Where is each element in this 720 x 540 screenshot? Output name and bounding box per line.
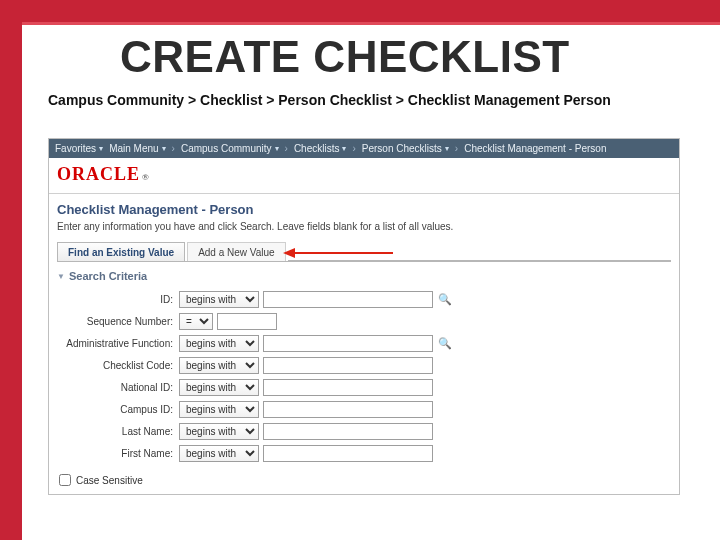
crumb-label: Person Checklists bbox=[362, 143, 442, 154]
page-title: Checklist Management - Person bbox=[49, 202, 679, 221]
op-first-name[interactable]: begins with bbox=[179, 445, 259, 462]
caret-down-icon: ▾ bbox=[162, 144, 166, 153]
input-campus-id[interactable] bbox=[263, 401, 433, 418]
slide-border-top bbox=[0, 0, 720, 22]
crumb-checklists[interactable]: Checklists ▾ bbox=[294, 143, 347, 154]
label-campus-id: Campus ID: bbox=[57, 404, 179, 415]
row-admin-function: Administrative Function: begins with 🔍 bbox=[57, 332, 671, 354]
op-campus-id[interactable]: begins with bbox=[179, 401, 259, 418]
divider bbox=[49, 193, 679, 194]
page-subtitle: Enter any information you have and click… bbox=[49, 221, 679, 242]
crumb-favorites[interactable]: Favorites ▾ bbox=[55, 143, 103, 154]
tab-row: Find an Existing Value Add a New Value bbox=[49, 242, 679, 261]
input-seq[interactable] bbox=[217, 313, 277, 330]
slide-border-left bbox=[0, 0, 22, 540]
lookup-icon[interactable]: 🔍 bbox=[437, 336, 452, 351]
row-campus-id: Campus ID: begins with bbox=[57, 398, 671, 420]
oracle-logo: ORACLE ® bbox=[57, 164, 150, 185]
label-national-id: National ID: bbox=[57, 382, 179, 393]
crumb-label: Favorites bbox=[55, 143, 96, 154]
op-national-id[interactable]: begins with bbox=[179, 379, 259, 396]
label-checklist-code: Checklist Code: bbox=[57, 360, 179, 371]
case-sensitive-row: Case Sensitive bbox=[49, 468, 679, 494]
lookup-icon[interactable]: 🔍 bbox=[437, 292, 452, 307]
input-first-name[interactable] bbox=[263, 445, 433, 462]
caret-down-icon: ▾ bbox=[445, 144, 449, 153]
registered-mark: ® bbox=[142, 172, 150, 182]
crumb-label: Checklist Management - Person bbox=[464, 143, 606, 154]
crumb-checklist-management-person[interactable]: Checklist Management - Person bbox=[464, 143, 606, 154]
op-id[interactable]: begins with bbox=[179, 291, 259, 308]
op-checklist-code[interactable]: begins with bbox=[179, 357, 259, 374]
input-last-name[interactable] bbox=[263, 423, 433, 440]
case-sensitive-label: Case Sensitive bbox=[76, 475, 143, 486]
tab-border bbox=[57, 261, 671, 262]
label-id: ID: bbox=[57, 294, 179, 305]
tab-underline bbox=[288, 242, 671, 261]
slide-accent-line bbox=[22, 22, 720, 25]
input-id[interactable] bbox=[263, 291, 433, 308]
logo-row: ORACLE ® bbox=[49, 158, 679, 193]
crumb-separator: › bbox=[285, 143, 288, 154]
label-first-name: First Name: bbox=[57, 448, 179, 459]
op-last-name[interactable]: begins with bbox=[179, 423, 259, 440]
caret-down-icon: ▾ bbox=[99, 144, 103, 153]
search-heading-label: Search Criteria bbox=[69, 270, 147, 282]
row-first-name: First Name: begins with bbox=[57, 442, 671, 464]
crumb-separator: › bbox=[172, 143, 175, 154]
breadcrumb-bar: Favorites ▾ Main Menu ▾ › Campus Communi… bbox=[49, 139, 679, 158]
tab-find-existing[interactable]: Find an Existing Value bbox=[57, 242, 185, 261]
row-national-id: National ID: begins with bbox=[57, 376, 671, 398]
crumb-separator: › bbox=[352, 143, 355, 154]
app-screenshot: Favorites ▾ Main Menu ▾ › Campus Communi… bbox=[48, 138, 680, 495]
crumb-label: Checklists bbox=[294, 143, 340, 154]
caret-down-icon: ▾ bbox=[342, 144, 346, 153]
crumb-person-checklists[interactable]: Person Checklists ▾ bbox=[362, 143, 449, 154]
crumb-label: Main Menu bbox=[109, 143, 158, 154]
crumb-campus-community[interactable]: Campus Community ▾ bbox=[181, 143, 279, 154]
search-form: ID: begins with 🔍 Sequence Number: = Adm… bbox=[49, 288, 679, 468]
label-seq: Sequence Number: bbox=[57, 316, 179, 327]
crumb-main-menu[interactable]: Main Menu ▾ bbox=[109, 143, 165, 154]
slide-title: CREATE CHECKLIST bbox=[120, 32, 570, 82]
crumb-separator: › bbox=[455, 143, 458, 154]
case-sensitive-checkbox[interactable] bbox=[59, 474, 71, 486]
navigation-path: Campus Community > Checklist > Person Ch… bbox=[48, 92, 611, 108]
crumb-label: Campus Community bbox=[181, 143, 272, 154]
op-admin-func[interactable]: begins with bbox=[179, 335, 259, 352]
op-seq[interactable]: = bbox=[179, 313, 213, 330]
input-national-id[interactable] bbox=[263, 379, 433, 396]
row-last-name: Last Name: begins with bbox=[57, 420, 671, 442]
tab-add-new[interactable]: Add a New Value bbox=[187, 242, 286, 261]
row-id: ID: begins with 🔍 bbox=[57, 288, 671, 310]
input-admin-func[interactable] bbox=[263, 335, 433, 352]
logo-text: ORACLE bbox=[57, 164, 140, 185]
label-admin-func: Administrative Function: bbox=[57, 338, 179, 349]
caret-down-icon: ▾ bbox=[275, 144, 279, 153]
disclosure-triangle-icon: ▼ bbox=[57, 272, 65, 281]
row-sequence-number: Sequence Number: = bbox=[57, 310, 671, 332]
search-criteria-header[interactable]: ▼ Search Criteria bbox=[49, 268, 155, 288]
label-last-name: Last Name: bbox=[57, 426, 179, 437]
row-checklist-code: Checklist Code: begins with bbox=[57, 354, 671, 376]
input-checklist-code[interactable] bbox=[263, 357, 433, 374]
